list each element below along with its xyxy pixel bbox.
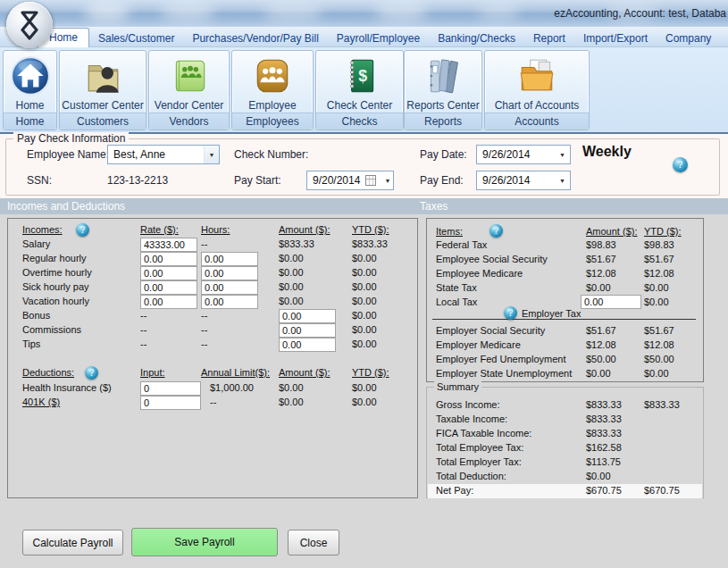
- deductions-header-row: Deductions: ? Input: Annual Limit($): Am…: [8, 367, 417, 381]
- menu-tab-banking-checks[interactable]: Banking/Checks: [429, 29, 524, 47]
- save-payroll-button[interactable]: Save Payroll: [131, 528, 278, 556]
- help-icon[interactable]: ?: [85, 366, 98, 380]
- chevron-down-icon[interactable]: ▼: [382, 171, 393, 189]
- menu-tab-report[interactable]: Report: [524, 29, 574, 47]
- income-hours: --: [201, 238, 207, 249]
- ytd-header: YTD ($):: [352, 224, 389, 235]
- toolbar-button-customer-center[interactable]: Customer Center Customers: [59, 50, 146, 130]
- toolbar-button-chart-of-accounts[interactable]: Chart of Accounts Accounts: [484, 50, 590, 130]
- income-amount: $0.00: [279, 267, 304, 278]
- pay-end-dropdown[interactable]: 9/26/2014 ▼: [476, 171, 571, 190]
- summary-title: Summary: [434, 381, 481, 392]
- help-icon[interactable]: ?: [504, 306, 517, 320]
- tax-row-employer-medicare: Employer Medicare $12.08 $12.08: [427, 339, 703, 354]
- menu-tab-help[interactable]: Help: [720, 29, 728, 47]
- menu-tab-import-export[interactable]: Import/Export: [574, 29, 657, 47]
- salary-rate-input[interactable]: [140, 238, 197, 252]
- help-icon[interactable]: ?: [76, 223, 89, 237]
- summary-amount: $113.75: [586, 456, 621, 467]
- income-amount: $0.00: [279, 253, 304, 263]
- toolbar-button-home[interactable]: Home Home: [3, 50, 57, 130]
- app-window: ezAccounting, Account: test, Databa Home…: [0, 0, 728, 568]
- tax-ytd: $0.00: [644, 282, 669, 293]
- income-label: Vacation hourly: [22, 296, 89, 306]
- income-label: Bonus: [22, 310, 50, 321]
- menu-tab-sales-customer[interactable]: Sales/Customer: [89, 29, 183, 47]
- commissions-amount-input[interactable]: [279, 323, 336, 338]
- amount-header: Amount ($):: [279, 224, 330, 235]
- summary-label: Total Employee Tax:: [436, 442, 523, 453]
- employee-name-dropdown[interactable]: Best, Anne ▼: [107, 145, 220, 164]
- pay-start-datepicker[interactable]: 9/20/2014 ▼: [306, 171, 394, 190]
- tax-row-employer-fed-unemployment: Employer Fed Unemployment $50.00 $50.00: [427, 354, 703, 368]
- income-label: Sick hourly pay: [22, 281, 89, 292]
- income-ytd: $0.00: [352, 324, 377, 335]
- overtime-hourly-rate-input[interactable]: [140, 266, 197, 280]
- vacation-hourly-rate-input[interactable]: [140, 295, 197, 309]
- tax-row-state-tax: State Tax $0.00 $0.00: [427, 282, 703, 297]
- close-button[interactable]: Close: [288, 530, 339, 555]
- 401k-input[interactable]: [140, 396, 201, 410]
- svg-text:$: $: [358, 67, 367, 85]
- tips-amount-input[interactable]: [279, 338, 336, 352]
- incomes-header-row: Incomes: ? Rate ($): Hours: Amount ($): …: [8, 224, 417, 238]
- tax-label: Employee Medicare: [436, 268, 523, 279]
- toolbar-button-employee-center[interactable]: Employee Center Employees: [231, 50, 314, 130]
- tax-label: Employer Social Security: [436, 325, 545, 336]
- toolbar-button-reports-center[interactable]: Reports Center Reports: [404, 50, 482, 130]
- income-row-vacation-hourly: Vacation hourly $0.00 $0.00: [8, 296, 417, 310]
- income-label: Tips: [22, 338, 40, 349]
- summary-ytd: $833.33: [644, 399, 680, 410]
- deduction-amount: $0.00: [279, 397, 304, 407]
- toolbar-group-label: Employees: [232, 113, 313, 129]
- paycheck-information-section: Pay Check Information Employee Name: Bes…: [0, 134, 728, 198]
- income-row-overtime-hourly: Overtime hourly $0.00 $0.00: [8, 267, 417, 281]
- pay-date-dropdown[interactable]: 9/26/2014 ▼: [476, 145, 571, 164]
- help-icon[interactable]: ?: [490, 224, 503, 238]
- vacation-hourly-hours-input[interactable]: [201, 295, 258, 309]
- overtime-hourly-hours-input[interactable]: [201, 266, 258, 280]
- income-amount: $0.00: [279, 281, 304, 292]
- bonus-amount-input[interactable]: [279, 309, 336, 323]
- regular-hourly-rate-input[interactable]: [140, 252, 197, 266]
- summary-label: Total Employer Tax:: [436, 456, 522, 467]
- calendar-icon[interactable]: [365, 175, 376, 186]
- sick-hourly-hours-input[interactable]: [201, 280, 258, 295]
- menu-tab-payroll-employee[interactable]: Payroll/Employee: [328, 29, 429, 47]
- pay-start-value: 9/20/2014: [313, 174, 360, 187]
- employee-name-value: Best, Anne: [113, 148, 165, 161]
- tax-row-employer-social-security: Employer Social Security $51.67 $51.67: [427, 325, 703, 339]
- tax-label: Employer Fed Unemployment: [436, 354, 566, 364]
- taxes-items-title: Items:: [436, 226, 463, 237]
- summary-label: Taxable Income:: [436, 413, 507, 424]
- income-ytd: $0.00: [352, 281, 377, 292]
- toolbar-button-label: Chart of Accounts: [485, 99, 589, 112]
- rate-header: Rate ($):: [140, 224, 179, 235]
- glass-reflection: [478, 4, 519, 21]
- tax-ytd: $12.08: [644, 268, 674, 279]
- tax-label: Federal Tax: [436, 239, 487, 250]
- tax-ytd: $51.67: [644, 325, 674, 336]
- tax-amount: $12.08: [586, 339, 616, 350]
- tax-row-employee-medicare: Employee Medicare $12.08 $12.08: [427, 268, 703, 282]
- sick-hourly-rate-input[interactable]: [140, 280, 197, 295]
- health-insurance-input[interactable]: [140, 381, 201, 396]
- summary-label: Gross Income:: [436, 399, 500, 410]
- chevron-down-icon[interactable]: ▼: [555, 171, 570, 189]
- chevron-down-icon[interactable]: ▼: [204, 146, 219, 163]
- income-ytd: $0.00: [352, 267, 377, 278]
- chevron-down-icon[interactable]: ▼: [555, 146, 570, 163]
- calculate-payroll-button[interactable]: Calculate Payroll: [22, 530, 123, 555]
- app-logo-button[interactable]: [6, 2, 53, 48]
- 401k-link[interactable]: 401K ($): [22, 397, 60, 407]
- window-title: ezAccounting, Account: test, Databa: [554, 7, 726, 20]
- toolbar-button-check-center[interactable]: $ Check Center Checks: [315, 50, 404, 130]
- menu-tab-purchases-vendor-pay-bill[interactable]: Purchases/Vendor/Pay Bill: [183, 29, 327, 47]
- regular-hourly-hours-input[interactable]: [201, 252, 258, 266]
- tax-amount: $0.00: [586, 368, 611, 379]
- income-label: Salary: [22, 238, 50, 249]
- income-row-bonus: Bonus -- -- $0.00: [8, 310, 417, 324]
- help-icon[interactable]: ?: [673, 157, 688, 172]
- toolbar-button-vendor-center[interactable]: Vendor Center Vendors: [148, 50, 230, 130]
- menu-tab-company[interactable]: Company: [657, 29, 720, 47]
